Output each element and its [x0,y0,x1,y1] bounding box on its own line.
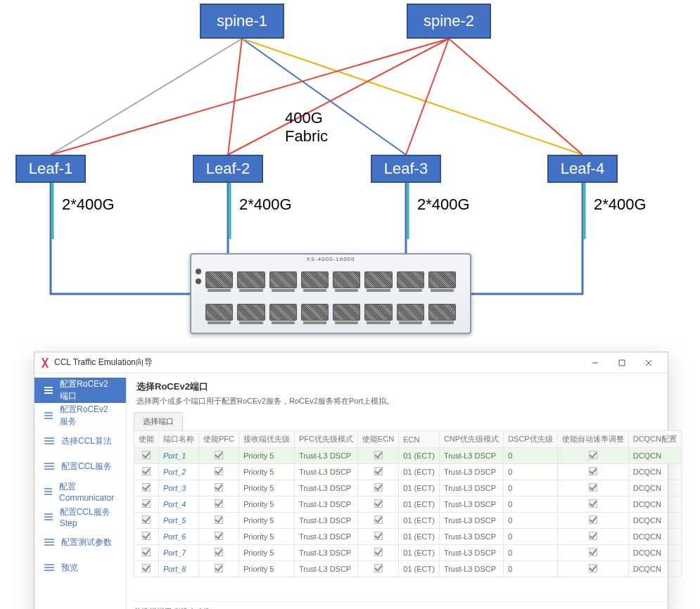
table-row[interactable]: Port_7Priority 5Trust-L3 DSCP01 (ECT)Tru… [134,545,682,561]
sidebar-item[interactable]: 配置RoCEv2服务 [34,403,126,428]
port-name-cell: Port_3 [159,480,199,496]
checkbox-icon[interactable] [215,483,223,492]
table-column-header[interactable]: CNP优先级模式 [439,431,503,448]
table-column-header[interactable]: DCQCN配置 [628,431,681,448]
wizard-content: 选择RoCEv2端口 选择两个或多个端口用于配置RoCEv2服务，RoCEv2服… [127,373,689,609]
checkbox-icon[interactable] [215,532,223,540]
content-subheading: 选择两个或多个端口用于配置RoCEv2服务，RoCEv2服务将在Port上模拟。 [136,396,679,406]
node-leaf-1: Leaf-1 [15,155,86,183]
checkbox-icon[interactable] [374,548,383,556]
dcqcn-cell: DCQCN [628,480,681,496]
rx-priority-cell: Priority 5 [239,480,295,496]
checkbox-icon[interactable] [374,483,383,492]
ecn-cell: 01 (ECT) [399,561,440,577]
checkbox-icon[interactable] [374,515,383,524]
checkbox-icon[interactable] [589,451,597,459]
tab-select-port[interactable]: 选择端口 [134,412,183,430]
node-label: Leaf-4 [561,160,604,178]
close-button[interactable] [635,353,662,373]
table-column-header[interactable]: 使能 [134,431,159,448]
checkbox-icon[interactable] [142,532,151,540]
device-port [205,304,233,321]
checkbox-icon[interactable] [142,564,151,572]
hamburger-icon [44,437,54,444]
sidebar-item-label: 配置RoCEv2服务 [60,404,116,428]
checkbox-icon[interactable] [215,564,223,572]
checkbox-icon[interactable] [589,532,597,540]
table-row[interactable]: Port_6Priority 5Trust-L3 DSCP01 (ECT)Tru… [134,529,682,545]
rx-priority-cell: Priority 5 [239,529,295,545]
checkbox-icon[interactable] [142,483,151,492]
port-name-cell: Port_1 [159,448,199,464]
device-port [205,271,233,288]
checkbox-icon[interactable] [589,515,597,524]
checkbox-icon[interactable] [374,467,383,475]
table-column-header[interactable]: ECN [399,431,440,448]
checkbox-icon[interactable] [142,515,151,524]
sidebar-item[interactable]: 选择CCL算法 [34,428,126,454]
wizard-sidebar: 配置RoCEv2端口配置RoCEv2服务选择CCL算法配置CCL服务配置Comm… [34,373,127,609]
cnp-mode-cell: Trust-L3 DSCP [439,529,503,545]
sidebar-item[interactable]: 配置CCL服务Step [34,504,126,530]
checkbox-icon[interactable] [374,451,383,459]
table-row[interactable]: Port_4Priority 5Trust-L3 DSCP01 (ECT)Tru… [134,496,682,513]
pfc-mode-cell: Trust-L3 DSCP [295,529,358,545]
table-column-header[interactable]: 端口名称 [159,431,199,448]
sidebar-item-label: 选择CCL算法 [61,435,112,447]
rx-priority-cell: Priority 5 [239,496,295,513]
table-row[interactable]: Port_1Priority 5Trust-L3 DSCP01 (ECT)Tru… [134,448,682,464]
table-column-header[interactable]: 使能PFC [199,431,239,448]
checkbox-icon[interactable] [142,499,151,508]
minimize-button[interactable] [582,353,609,373]
checkbox-icon[interactable] [142,467,151,475]
content-tabs: 选择端口 [127,412,689,430]
sidebar-item[interactable]: 配置Communicator [34,479,126,504]
table-column-header[interactable]: 使能ECN [358,431,399,448]
checkbox-icon[interactable] [589,564,597,572]
table-column-header[interactable]: DSCP优先级 [504,431,558,448]
table-column-header[interactable]: 使能自动速率调整 [557,431,628,448]
sidebar-item[interactable]: 配置CCL服务 [34,454,126,479]
checkbox-icon[interactable] [215,499,223,508]
node-label: Leaf-3 [384,160,428,178]
ecn-cell: 01 (ECT) [399,513,440,529]
sidebar-item[interactable]: 配置测试参数 [34,530,126,555]
table-row[interactable]: Port_3Priority 5Trust-L3 DSCP01 (ECT)Tru… [134,480,682,496]
app-logo-icon [40,358,50,368]
device-port [397,304,424,321]
checkbox-icon[interactable] [589,548,597,556]
checkbox-icon[interactable] [215,548,223,556]
checkbox-icon[interactable] [589,483,597,492]
checkbox-icon[interactable] [374,499,383,508]
hamburger-icon [44,513,53,520]
checkbox-icon[interactable] [589,499,597,508]
checkbox-icon[interactable] [215,467,223,475]
checkbox-icon[interactable] [142,548,151,556]
port-name-cell: Port_7 [159,545,199,561]
device-port [333,271,360,288]
device-screw-icon [196,269,201,274]
leaf3-bw-label: 2*400G [417,195,470,214]
table-row[interactable]: Port_5Priority 5Trust-L3 DSCP01 (ECT)Tru… [134,513,682,529]
maximize-button[interactable] [609,353,635,373]
checkbox-icon[interactable] [374,532,383,540]
dscp-cell: 0 [504,545,558,561]
checkbox-icon[interactable] [142,451,151,459]
topology-diagram: spine-1 spine-2 Leaf-1 Leaf-2 Leaf-3 Lea… [0,0,700,345]
hamburger-icon [44,412,53,419]
sidebar-item[interactable]: 预览 [34,555,126,580]
leaf1-bw-label: 2*400G [62,195,115,214]
checkbox-icon[interactable] [374,564,383,572]
ecn-cell: 01 (ECT) [399,464,440,480]
checkbox-icon[interactable] [589,467,597,475]
table-row[interactable]: Port_2Priority 5Trust-L3 DSCP01 (ECT)Tru… [134,464,682,480]
ecn-cell: 01 (ECT) [399,545,440,561]
table-row[interactable]: Port_8Priority 5Trust-L3 DSCP01 (ECT)Tru… [134,561,682,577]
table-column-header[interactable]: 接收端优先级 [239,431,295,448]
node-label: spine-2 [424,12,474,30]
dialog-titlebar[interactable]: CCL Traffic Emulation向导 [34,352,668,373]
sidebar-item[interactable]: 配置RoCEv2端口 [34,378,126,403]
checkbox-icon[interactable] [215,515,223,524]
table-column-header[interactable]: PFC优先级模式 [295,431,358,448]
checkbox-icon[interactable] [215,451,223,459]
